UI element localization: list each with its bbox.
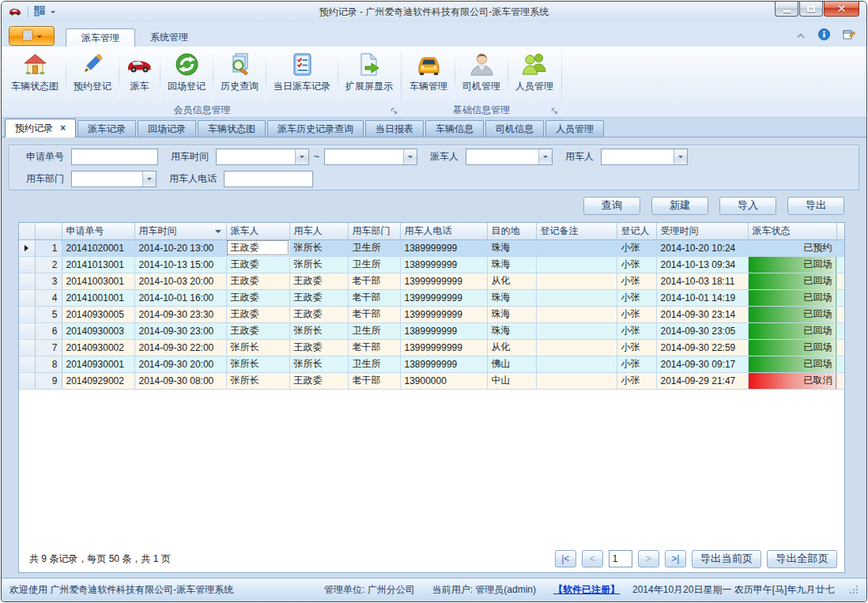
info-icon[interactable] [818,28,830,43]
export-current-page-button[interactable]: 导出当前页 [692,550,762,568]
dept-combo[interactable] [71,171,157,187]
table-cell[interactable]: 2014-09-30 20:00 [134,356,226,372]
column-header-7[interactable]: 目的地 [487,223,536,239]
dispatch-status-cell[interactable]: 已回场 [748,289,836,306]
table-cell[interactable]: 王政委 [226,289,289,306]
table-cell[interactable]: 卫生所 [348,256,400,273]
apply-no-input[interactable] [71,149,158,165]
table-cell[interactable]: 2014-09-30 23:14 [656,306,748,322]
table-cell[interactable]: 王政委 [289,339,348,356]
table-cell[interactable]: 张所长 [226,372,289,389]
table-cell[interactable] [536,306,617,322]
today-dispatch-records-button[interactable]: 当日派车记录 [266,47,338,104]
dispatch-status-cell[interactable]: 已回场 [748,256,836,273]
page-number-input[interactable] [609,550,632,567]
table-cell[interactable]: 张所长 [289,322,348,339]
column-header-6[interactable]: 用车人电话 [400,223,487,239]
table-cell[interactable]: 2014-10-01 16:00 [134,289,226,306]
table-cell[interactable] [536,356,617,372]
table-cell[interactable]: 2014-09-30 09:17 [656,356,748,372]
application-menu-button[interactable] [9,26,55,46]
column-header-10[interactable]: 受理时间 [656,223,748,239]
table-cell[interactable]: 王政委 [289,289,348,306]
table-cell[interactable]: 张所长 [289,256,348,273]
export-button[interactable]: 导出 [787,197,844,215]
tab-dispatch-history-query[interactable]: 派车历史记录查询 [267,120,364,137]
minimize-button[interactable] [775,2,798,17]
table-cell[interactable]: 卫生所 [348,356,400,372]
table-row-1[interactable]: 1201410200012014-10-20 13:00王政委张所长卫生所138… [19,239,844,256]
table-cell[interactable] [536,239,617,256]
tab-reservation-records[interactable]: 预约记录× [5,119,76,138]
table-row-7[interactable]: 7201409300022014-09-30 22:00张所长王政委老干部139… [19,339,844,356]
table-cell[interactable]: 20140929002 [62,372,134,389]
chevron-down-icon[interactable] [403,149,417,164]
table-cell[interactable]: 卫生所 [348,239,400,256]
table-cell[interactable]: 从化 [487,339,536,356]
table-cell[interactable]: 老干部 [348,339,400,356]
quick-access-dropdown-icon[interactable] [51,11,55,16]
reservation-register-button[interactable]: 预约登记 [66,47,119,104]
table-cell[interactable]: 小张 [617,289,656,306]
table-cell[interactable]: 中山 [487,372,536,389]
table-row-6[interactable]: 6201409300032014-09-30 23:00王政委张所长卫生所138… [19,322,844,339]
column-header-9[interactable]: 登记人 [617,223,656,239]
table-cell[interactable]: 小张 [617,322,656,339]
table-cell[interactable]: 珠海 [487,256,536,273]
table-cell[interactable]: 1389999999 [400,356,487,372]
table-cell[interactable]: 13900000 [400,372,487,389]
export-all-pages-button[interactable]: 导出全部页 [767,550,837,568]
close-tab-icon[interactable]: × [60,122,66,134]
history-query-button[interactable]: 历史查询 [213,47,266,104]
extended-screen-display-button[interactable]: 扩展屏显示 [338,47,400,104]
table-row-8[interactable]: 8201409300012014-09-30 20:00张所长张所长卫生所138… [19,356,844,372]
table-cell[interactable]: 2014-09-30 08:00 [134,372,226,389]
table-cell[interactable] [536,273,617,289]
table-row-3[interactable]: 3201410030012014-10-03 20:00王政委王政委老干部139… [19,273,844,289]
table-cell[interactable]: 2014-09-30 22:00 [134,339,226,356]
table-cell[interactable]: 13999999999 [400,273,487,289]
chevron-down-icon[interactable] [674,149,687,164]
driver-manage-button[interactable]: 司机管理 [455,47,508,104]
column-header-11[interactable]: 派车状态 [748,223,836,239]
table-cell[interactable]: 20140930001 [62,356,134,372]
table-row-9[interactable]: 9201409290022014-09-30 08:00张所长王政委老干部139… [19,372,844,389]
user-combo[interactable] [601,149,688,165]
table-cell[interactable]: 张所长 [226,339,289,356]
table-cell[interactable] [536,256,617,273]
table-cell[interactable]: 20140930002 [62,339,134,356]
column-header-5[interactable]: 用车部门 [348,223,400,239]
table-cell[interactable] [536,322,617,339]
table-cell[interactable]: 20141001001 [62,289,134,306]
table-cell[interactable]: 珠海 [487,239,536,256]
maximize-button[interactable] [799,2,823,17]
dispatcher-combo[interactable] [466,149,553,165]
table-cell[interactable]: 从化 [487,273,536,289]
table-cell[interactable]: 王政委 [226,322,289,339]
table-cell[interactable]: 老干部 [348,372,400,389]
use-time-from-combo[interactable] [216,149,309,165]
tab-system-manage[interactable]: 系统管理 [135,28,203,47]
table-cell[interactable]: 老干部 [348,289,400,306]
next-page-button[interactable]: > [638,550,659,567]
table-cell[interactable] [536,339,617,356]
table-cell[interactable]: 2014-10-01 14:19 [656,289,748,306]
table-cell[interactable]: 20141003001 [62,273,134,289]
table-cell[interactable]: 珠海 [487,322,536,339]
tab-driver-info[interactable]: 司机信息 [485,120,544,137]
chevron-down-icon[interactable] [295,149,308,164]
dispatch-status-cell[interactable]: 已回场 [748,273,836,289]
registered-link[interactable]: 【软件已注册】 [553,583,620,597]
table-cell[interactable]: 小张 [617,356,656,372]
last-page-button[interactable]: >| [665,550,686,567]
chevron-down-icon[interactable] [142,171,156,187]
dialog-launcher-icon[interactable] [391,107,398,115]
table-row-4[interactable]: 4201410010012014-10-01 16:00王政委王政委老干部139… [19,289,844,306]
table-row-2[interactable]: 2201410130012014-10-13 15:00王政委张所长卫生所138… [19,256,844,273]
tab-return-records[interactable]: 回场记录 [138,120,196,137]
dispatch-status-cell[interactable]: 已回场 [748,322,836,339]
table-cell[interactable]: 老干部 [348,273,400,289]
table-cell[interactable]: 2014-09-30 22:59 [656,339,748,356]
table-cell[interactable]: 佛山 [487,356,536,372]
vehicle-status-map-button[interactable]: 车辆状态图 [4,47,66,104]
